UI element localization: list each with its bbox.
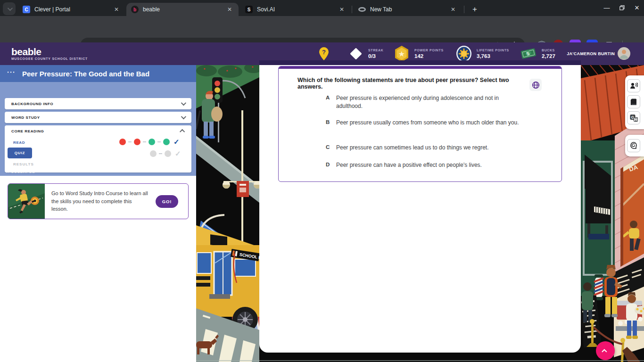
progress-dot	[163, 139, 170, 145]
dictionary-button[interactable]	[627, 95, 640, 108]
quiz-card: Which of the following statements are tr…	[278, 66, 562, 182]
read-aloud-button[interactable]	[627, 79, 640, 92]
accordion-core-reading-header[interactable]: CORE READING	[5, 125, 191, 137]
stat-value: 0/3	[368, 53, 383, 59]
tab-new-tab[interactable]: New Tab ✕	[354, 3, 462, 16]
reading-tools-group: G	[625, 75, 644, 129]
tab-title: Sovi.AI	[257, 6, 333, 13]
stat-value: 3,763	[477, 53, 509, 59]
sun-icon	[455, 45, 472, 62]
tab-clever-portal[interactable]: C Clever | Portal ✕	[18, 3, 125, 16]
translate-question-button[interactable]	[529, 79, 542, 91]
progress-dot	[150, 150, 157, 157]
tab-close-icon[interactable]: ✕	[225, 6, 234, 13]
city-illustration-left: BUS STOP 22B SCHOOL BUS	[196, 65, 259, 362]
street-curb-line	[196, 360, 644, 361]
diamond-icon	[348, 46, 364, 62]
quiz-option-d[interactable]: Peer pressure can have a positive effect…	[336, 161, 525, 169]
tab-close-icon[interactable]: ✕	[449, 6, 457, 13]
scroll-to-top-button[interactable]	[596, 341, 615, 360]
tab-close-icon[interactable]: ✕	[112, 6, 121, 13]
browser-tab-strip: C Clever | Portal ✕ b beable ✕ S Sovi.AI…	[0, 0, 644, 16]
progress-dot	[119, 139, 126, 145]
tab-sovi-ai[interactable]: S Sovi.AI ✕	[240, 3, 351, 16]
tab-title: beable	[143, 6, 221, 13]
read-complete-check-icon: ✓	[173, 138, 180, 146]
head-refresh-button[interactable]	[627, 139, 640, 152]
window-restore-button[interactable]	[615, 1, 629, 14]
window-close-button[interactable]: ✕	[630, 1, 644, 14]
stat-label: LIFETIME POINTS	[477, 49, 509, 52]
dance-studio-window: DA	[620, 155, 644, 267]
option-letter: B	[326, 119, 330, 125]
ellipsis-menu-icon[interactable]: ⋯	[7, 67, 16, 77]
content-top-strip	[259, 60, 581, 65]
chevron-up-icon	[602, 349, 607, 354]
quiz-card-top-bar	[279, 66, 562, 69]
stat-label: STREAK	[368, 49, 383, 52]
read-aloud-icon	[629, 82, 638, 90]
money-icon: S	[520, 46, 537, 62]
stat-value: 2,727	[542, 53, 555, 59]
new-tab-button[interactable]: +	[469, 3, 481, 16]
beable-favicon: b	[131, 6, 139, 13]
beable-logo[interactable]: beable	[11, 46, 41, 58]
tab-search-button[interactable]	[3, 2, 16, 15]
read-step-label[interactable]: READ	[13, 140, 25, 145]
tab-title: New Tab	[370, 6, 444, 13]
progress-dot	[165, 150, 171, 157]
read-progress-dots: ✓	[119, 138, 180, 146]
svg-text:★: ★	[398, 50, 405, 58]
go-button[interactable]: GO!	[156, 195, 178, 208]
accordion-label: WORD STUDY	[11, 115, 181, 120]
quiz-option-a[interactable]: Peer pressure is experienced only during…	[336, 94, 525, 111]
window-minimize-button[interactable]: —	[600, 1, 614, 14]
soccer-player-image	[8, 184, 45, 219]
tab-separator	[352, 6, 352, 13]
user-name[interactable]: JA'CAMERON BURTIN	[564, 51, 615, 56]
mindset-tool-group	[625, 135, 644, 156]
sovi-favicon: S	[245, 6, 253, 13]
clever-favicon: C	[23, 6, 30, 13]
stat-label: POWER POINTS	[414, 49, 444, 52]
progress-dot	[134, 139, 140, 145]
quiz-check-icon: ✓	[175, 149, 181, 158]
quiz-option-c[interactable]: Peer pressure can sometimes lead us to d…	[336, 144, 525, 152]
accordion-label: BACKGROUND INFO	[11, 102, 181, 106]
quiz-question: Which of the following statements are tr…	[297, 77, 524, 90]
tab-close-icon[interactable]: ✕	[338, 6, 346, 13]
stat-value: 142	[414, 53, 444, 59]
lesson-title-bar: ⋯ Peer Pressure: The Good and the Bad	[0, 65, 196, 82]
quiz-option-b[interactable]: Peer pressure usually comes from someone…	[336, 119, 525, 127]
avatar[interactable]	[618, 47, 630, 60]
browser-toolbar: ← → ⟳ ⌂ muscogee.login.beable.com/lesson…	[0, 16, 644, 42]
stat-label: BUCKS	[542, 49, 555, 52]
chevron-down-icon	[181, 114, 186, 119]
chevron-down-icon	[7, 5, 12, 10]
accordion-background-info[interactable]: BACKGROUND INFO	[5, 98, 191, 109]
district-label: MUSCOGEE COUNTY SCHOOL DISTRICT	[11, 57, 88, 60]
restore-icon	[619, 5, 625, 10]
accordion-core-reading: CORE READING READ ✓ QUIZ ✓ RESULTS	[5, 125, 191, 173]
dictionary-icon	[629, 98, 638, 106]
tab-separator	[464, 6, 464, 13]
translate-button[interactable]: G	[627, 111, 640, 124]
lesson-content-panel: Which of the following statements are tr…	[259, 65, 581, 353]
word-study-promo-banner: Go to Word Study Intro Course to learn a…	[8, 183, 189, 219]
lesson-nav-panel: ✕ COLLAPSE BACKGROUND INFO WORD STUDY CO…	[0, 82, 196, 176]
option-letter: C	[326, 144, 330, 150]
promo-text: Go to Word Study Intro Course to learn a…	[51, 189, 148, 219]
results-step-label: RESULTS	[13, 162, 34, 166]
tab-title: Clever | Portal	[34, 6, 107, 13]
quiz-progress-dots: ✓	[150, 149, 181, 158]
quiz-step-button[interactable]: QUIZ	[8, 148, 32, 158]
tab-beable[interactable]: b beable ✕	[126, 3, 239, 16]
lesson-title: Peer Pressure: The Good and the Bad	[22, 70, 149, 78]
head-refresh-icon	[629, 141, 638, 150]
help-pin-icon[interactable]: ?	[318, 46, 330, 61]
accordion-label: CORE READING	[11, 129, 181, 133]
chevron-down-icon	[181, 100, 186, 106]
accordion-word-study[interactable]: WORD STUDY	[5, 112, 191, 123]
translate-icon: G	[629, 114, 638, 122]
svg-text:?: ?	[322, 49, 326, 56]
